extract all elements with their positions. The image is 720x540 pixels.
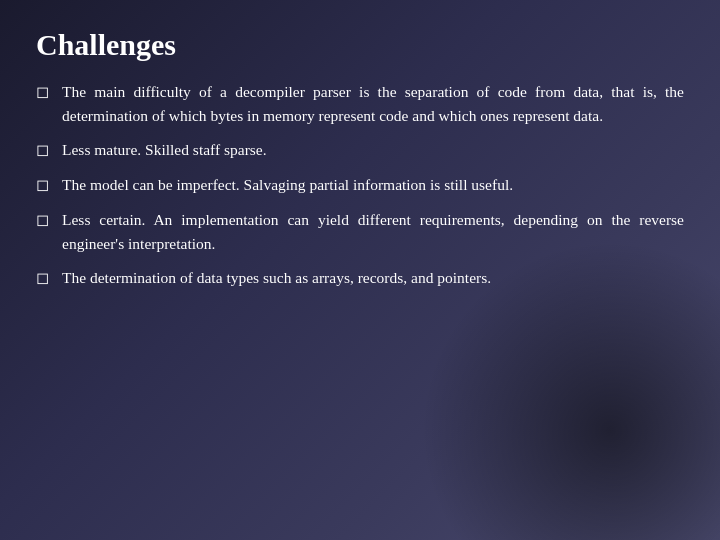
bullet-text-3: The model can be imperfect. Salvaging pa… — [62, 173, 684, 197]
list-item: ◻The determination of data types such as… — [36, 266, 684, 291]
list-item: ◻Less certain. An implementation can yie… — [36, 208, 684, 256]
bullet-marker-icon: ◻ — [36, 138, 58, 163]
bullet-text-5: The determination of data types such as … — [62, 266, 684, 290]
bullet-text-4: Less certain. An implementation can yiel… — [62, 208, 684, 256]
list-item: ◻Less mature. Skilled staff sparse. — [36, 138, 684, 163]
bullet-marker-icon: ◻ — [36, 173, 58, 198]
bullet-marker-icon: ◻ — [36, 208, 58, 233]
list-item: ◻The main difficulty of a decompiler par… — [36, 80, 684, 128]
list-item: ◻The model can be imperfect. Salvaging p… — [36, 173, 684, 198]
bullet-marker-icon: ◻ — [36, 266, 58, 291]
bullet-text-2: Less mature. Skilled staff sparse. — [62, 138, 684, 162]
bullet-text-1: The main difficulty of a decompiler pars… — [62, 80, 684, 128]
bullet-list: ◻The main difficulty of a decompiler par… — [36, 80, 684, 290]
slide-container: Challenges ◻The main difficulty of a dec… — [0, 0, 720, 540]
slide-title: Challenges — [36, 28, 684, 62]
bullet-marker-icon: ◻ — [36, 80, 58, 105]
